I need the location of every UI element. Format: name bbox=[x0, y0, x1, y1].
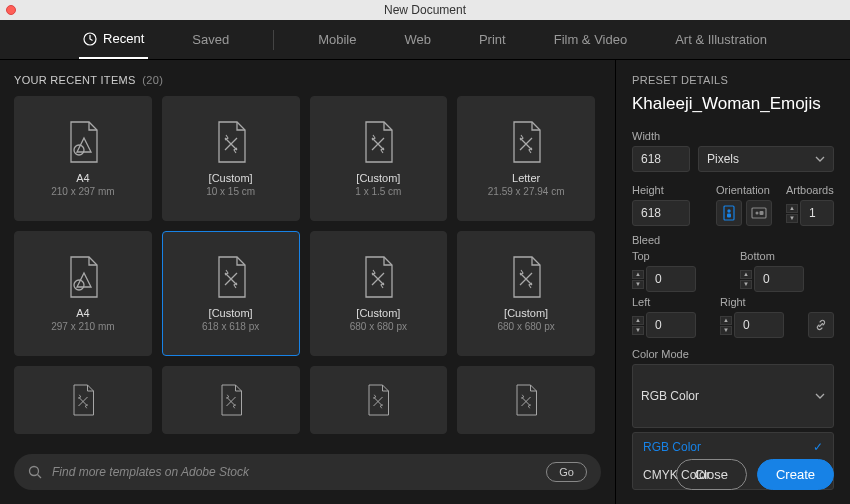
color-mode-select[interactable]: RGB Color bbox=[632, 364, 834, 428]
preset-dimensions: 680 x 680 px bbox=[497, 321, 554, 332]
tab-web[interactable]: Web bbox=[400, 21, 435, 58]
tab-print[interactable]: Print bbox=[475, 21, 510, 58]
svg-point-2 bbox=[74, 280, 84, 290]
section-title: YOUR RECENT ITEMS (20) bbox=[14, 74, 601, 86]
chevron-down-icon bbox=[815, 156, 825, 162]
details-heading: PRESET DETAILS bbox=[632, 74, 834, 86]
link-bleed-button[interactable] bbox=[808, 312, 834, 338]
preset-item[interactable]: A4210 x 297 mm bbox=[14, 96, 152, 221]
svg-point-9 bbox=[756, 212, 759, 215]
preset-dimensions: 297 x 210 mm bbox=[51, 321, 114, 332]
preset-dimensions: 210 x 297 mm bbox=[51, 186, 114, 197]
preset-label: [Custom] bbox=[356, 307, 400, 319]
link-icon bbox=[815, 319, 827, 331]
orientation-portrait[interactable] bbox=[716, 200, 742, 226]
height-input[interactable] bbox=[632, 200, 690, 226]
artboards-input[interactable] bbox=[800, 200, 834, 226]
tab-art-illustration[interactable]: Art & Illustration bbox=[671, 21, 771, 58]
svg-rect-10 bbox=[760, 211, 764, 215]
category-tabs: Recent Saved Mobile Web Print Film & Vid… bbox=[0, 20, 850, 60]
svg-rect-5 bbox=[724, 206, 734, 220]
template-search[interactable]: Find more templates on Adobe Stock Go bbox=[14, 454, 601, 490]
recent-icon bbox=[83, 32, 97, 46]
tab-saved[interactable]: Saved bbox=[188, 21, 233, 58]
tab-film-video[interactable]: Film & Video bbox=[550, 21, 631, 58]
preset-dimensions: 21.59 x 27.94 cm bbox=[488, 186, 565, 197]
preset-item[interactable] bbox=[14, 366, 152, 434]
bleed-right-input[interactable] bbox=[734, 312, 784, 338]
window-title: New Document bbox=[384, 3, 466, 17]
search-icon bbox=[28, 465, 42, 479]
preset-label: [Custom] bbox=[356, 172, 400, 184]
check-icon: ✓ bbox=[813, 440, 823, 454]
presets-panel: YOUR RECENT ITEMS (20) A4210 x 297 mm[Cu… bbox=[0, 60, 615, 504]
preset-label: A4 bbox=[76, 172, 89, 184]
width-input[interactable] bbox=[632, 146, 690, 172]
units-select[interactable]: Pixels bbox=[698, 146, 834, 172]
preset-label: [Custom] bbox=[504, 307, 548, 319]
color-option-rgb[interactable]: RGB Color✓ bbox=[633, 433, 833, 461]
preset-item[interactable]: [Custom]10 x 15 cm bbox=[162, 96, 300, 221]
go-button[interactable]: Go bbox=[546, 462, 587, 482]
tab-separator bbox=[273, 30, 274, 50]
tab-recent[interactable]: Recent bbox=[79, 20, 148, 59]
tab-mobile[interactable]: Mobile bbox=[314, 21, 360, 58]
svg-point-1 bbox=[74, 145, 84, 155]
svg-point-6 bbox=[727, 209, 730, 212]
bleed-left-input[interactable] bbox=[646, 312, 696, 338]
preset-label: Letter bbox=[512, 172, 540, 184]
close-button[interactable]: Close bbox=[676, 459, 747, 490]
artboards-stepper[interactable]: ▲▼ bbox=[786, 204, 798, 223]
preset-dimensions: 618 x 618 px bbox=[202, 321, 259, 332]
preset-item[interactable]: [Custom]1 x 1.5 cm bbox=[310, 96, 448, 221]
window-titlebar: New Document bbox=[0, 0, 850, 20]
preset-label: [Custom] bbox=[209, 307, 253, 319]
close-window-icon[interactable] bbox=[6, 5, 16, 15]
bleed-bottom-input[interactable] bbox=[754, 266, 804, 292]
preset-item[interactable] bbox=[310, 366, 448, 434]
document-name[interactable]: Khaleeji_Woman_Emojis bbox=[632, 94, 834, 114]
preset-item[interactable]: Letter21.59 x 27.94 cm bbox=[457, 96, 595, 221]
preset-item[interactable]: [Custom]680 x 680 px bbox=[310, 231, 448, 356]
svg-rect-8 bbox=[752, 208, 766, 218]
svg-rect-7 bbox=[727, 214, 731, 218]
preset-item[interactable]: [Custom]680 x 680 px bbox=[457, 231, 595, 356]
preset-label: A4 bbox=[76, 307, 89, 319]
svg-point-3 bbox=[30, 467, 39, 476]
preset-dimensions: 10 x 15 cm bbox=[206, 186, 255, 197]
preset-item[interactable] bbox=[457, 366, 595, 434]
preset-details-panel: PRESET DETAILS Khaleeji_Woman_Emojis Wid… bbox=[615, 60, 850, 504]
preset-dimensions: 1 x 1.5 cm bbox=[355, 186, 401, 197]
preset-item[interactable] bbox=[162, 366, 300, 434]
chevron-down-icon bbox=[815, 393, 825, 399]
create-button[interactable]: Create bbox=[757, 459, 834, 490]
preset-label: [Custom] bbox=[209, 172, 253, 184]
svg-line-4 bbox=[38, 475, 42, 479]
preset-dimensions: 680 x 680 px bbox=[350, 321, 407, 332]
bleed-top-input[interactable] bbox=[646, 266, 696, 292]
orientation-landscape[interactable] bbox=[746, 200, 772, 226]
preset-item[interactable]: A4297 x 210 mm bbox=[14, 231, 152, 356]
search-placeholder: Find more templates on Adobe Stock bbox=[52, 465, 536, 479]
preset-item[interactable]: [Custom]618 x 618 px bbox=[162, 231, 300, 356]
